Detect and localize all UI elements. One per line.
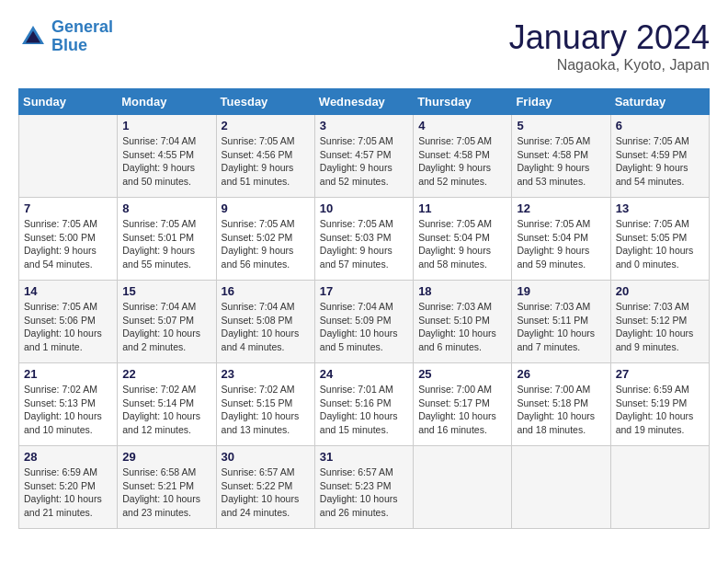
day-number: 19 [517, 284, 605, 298]
day-info: Sunrise: 6:59 AM Sunset: 5:19 PM Dayligh… [616, 383, 704, 437]
title-block: January 2024 Nagaoka, Kyoto, Japan [509, 18, 710, 74]
day-number: 27 [616, 367, 704, 381]
day-number: 4 [418, 119, 506, 132]
day-number: 9 [222, 201, 310, 215]
day-info: Sunrise: 6:58 AM Sunset: 5:21 PM Dayligh… [122, 465, 210, 520]
day-info: Sunrise: 7:05 AM Sunset: 4:59 PM Dayligh… [616, 134, 704, 189]
day-info: Sunrise: 7:03 AM Sunset: 5:11 PM Dayligh… [517, 300, 605, 354]
day-header-thursday: Thursday [414, 89, 512, 115]
calendar-cell: 14Sunrise: 7:05 AM Sunset: 5:06 PM Dayli… [19, 281, 118, 363]
calendar-cell: 20Sunrise: 7:03 AM Sunset: 5:12 PM Dayli… [610, 281, 709, 363]
calendar-header-row: SundayMondayTuesdayWednesdayThursdayFrid… [19, 89, 710, 115]
month-title: January 2024 [509, 18, 710, 57]
calendar-cell: 7Sunrise: 7:05 AM Sunset: 5:00 PM Daylig… [19, 198, 118, 281]
day-header-monday: Monday [118, 89, 216, 115]
day-info: Sunrise: 7:02 AM Sunset: 5:15 PM Dayligh… [222, 383, 310, 437]
location: Nagaoka, Kyoto, Japan [509, 57, 710, 74]
day-header-sunday: Sunday [19, 89, 118, 115]
day-number: 14 [24, 284, 112, 298]
calendar-week-row: 14Sunrise: 7:05 AM Sunset: 5:06 PM Dayli… [19, 281, 710, 363]
day-number: 5 [517, 119, 605, 132]
day-number: 30 [222, 450, 310, 464]
calendar-cell: 19Sunrise: 7:03 AM Sunset: 5:11 PM Dayli… [512, 281, 610, 363]
day-info: Sunrise: 7:05 AM Sunset: 5:00 PM Dayligh… [24, 217, 112, 271]
logo: General Blue [18, 18, 113, 55]
day-info: Sunrise: 7:05 AM Sunset: 5:04 PM Dayligh… [418, 217, 506, 271]
calendar-cell: 27Sunrise: 6:59 AM Sunset: 5:19 PM Dayli… [610, 363, 709, 446]
day-number: 23 [222, 367, 310, 381]
day-number: 25 [418, 367, 506, 381]
calendar-week-row: 21Sunrise: 7:02 AM Sunset: 5:13 PM Dayli… [19, 363, 710, 446]
calendar-cell [414, 446, 512, 529]
calendar-cell: 6Sunrise: 7:05 AM Sunset: 4:59 PM Daylig… [610, 115, 709, 198]
calendar-cell: 18Sunrise: 7:03 AM Sunset: 5:10 PM Dayli… [414, 281, 512, 363]
day-number: 1 [122, 119, 210, 132]
calendar-cell: 17Sunrise: 7:04 AM Sunset: 5:09 PM Dayli… [314, 281, 413, 363]
day-number: 31 [320, 450, 408, 464]
calendar-cell: 23Sunrise: 7:02 AM Sunset: 5:15 PM Dayli… [216, 363, 314, 446]
calendar-cell: 5Sunrise: 7:05 AM Sunset: 4:58 PM Daylig… [512, 115, 610, 198]
day-number: 12 [517, 201, 605, 215]
day-number: 26 [517, 367, 605, 381]
day-info: Sunrise: 6:57 AM Sunset: 5:23 PM Dayligh… [320, 465, 408, 520]
calendar-cell: 8Sunrise: 7:05 AM Sunset: 5:01 PM Daylig… [118, 198, 216, 281]
day-number: 21 [24, 367, 112, 381]
day-info: Sunrise: 7:04 AM Sunset: 5:07 PM Dayligh… [122, 300, 210, 354]
calendar-cell: 16Sunrise: 7:04 AM Sunset: 5:08 PM Dayli… [216, 281, 314, 363]
calendar-cell: 25Sunrise: 7:00 AM Sunset: 5:17 PM Dayli… [414, 363, 512, 446]
calendar-cell [512, 446, 610, 529]
day-number: 11 [418, 201, 506, 215]
calendar-cell: 3Sunrise: 7:05 AM Sunset: 4:57 PM Daylig… [314, 115, 413, 198]
calendar-table: SundayMondayTuesdayWednesdayThursdayFrid… [18, 88, 710, 529]
day-info: Sunrise: 7:00 AM Sunset: 5:17 PM Dayligh… [418, 383, 506, 437]
day-header-wednesday: Wednesday [314, 89, 413, 115]
calendar-cell: 10Sunrise: 7:05 AM Sunset: 5:03 PM Dayli… [314, 198, 413, 281]
day-info: Sunrise: 7:00 AM Sunset: 5:18 PM Dayligh… [517, 383, 605, 437]
day-info: Sunrise: 7:05 AM Sunset: 4:58 PM Dayligh… [418, 134, 506, 189]
calendar-cell: 26Sunrise: 7:00 AM Sunset: 5:18 PM Dayli… [512, 363, 610, 446]
day-info: Sunrise: 7:05 AM Sunset: 5:01 PM Dayligh… [122, 217, 210, 271]
calendar-cell: 21Sunrise: 7:02 AM Sunset: 5:13 PM Dayli… [19, 363, 118, 446]
day-number: 3 [320, 119, 408, 132]
day-info: Sunrise: 7:05 AM Sunset: 4:58 PM Dayligh… [517, 134, 605, 189]
day-number: 29 [122, 450, 210, 464]
calendar-cell [19, 115, 118, 198]
day-number: 10 [320, 201, 408, 215]
day-info: Sunrise: 6:59 AM Sunset: 5:20 PM Dayligh… [24, 465, 112, 520]
day-info: Sunrise: 7:02 AM Sunset: 5:14 PM Dayligh… [122, 383, 210, 437]
day-header-saturday: Saturday [610, 89, 709, 115]
calendar-cell: 9Sunrise: 7:05 AM Sunset: 5:02 PM Daylig… [216, 198, 314, 281]
day-number: 22 [122, 367, 210, 381]
logo-icon [18, 22, 48, 52]
day-info: Sunrise: 7:01 AM Sunset: 5:16 PM Dayligh… [320, 383, 408, 437]
calendar-cell: 2Sunrise: 7:05 AM Sunset: 4:56 PM Daylig… [216, 115, 314, 198]
calendar-cell: 31Sunrise: 6:57 AM Sunset: 5:23 PM Dayli… [314, 446, 413, 529]
day-number: 7 [24, 201, 112, 215]
day-header-tuesday: Tuesday [216, 89, 314, 115]
day-info: Sunrise: 7:03 AM Sunset: 5:10 PM Dayligh… [418, 300, 506, 354]
day-number: 28 [24, 450, 112, 464]
day-number: 13 [616, 201, 704, 215]
calendar-week-row: 1Sunrise: 7:04 AM Sunset: 4:55 PM Daylig… [19, 115, 710, 198]
calendar-cell: 30Sunrise: 6:57 AM Sunset: 5:22 PM Dayli… [216, 446, 314, 529]
page-header: General Blue January 2024 Nagaoka, Kyoto… [18, 18, 710, 74]
day-info: Sunrise: 7:03 AM Sunset: 5:12 PM Dayligh… [616, 300, 704, 354]
calendar-cell: 29Sunrise: 6:58 AM Sunset: 5:21 PM Dayli… [118, 446, 216, 529]
calendar-cell: 4Sunrise: 7:05 AM Sunset: 4:58 PM Daylig… [414, 115, 512, 198]
day-info: Sunrise: 7:04 AM Sunset: 5:08 PM Dayligh… [222, 300, 310, 354]
day-info: Sunrise: 7:05 AM Sunset: 4:57 PM Dayligh… [320, 134, 408, 189]
day-number: 15 [122, 284, 210, 298]
calendar-cell: 22Sunrise: 7:02 AM Sunset: 5:14 PM Dayli… [118, 363, 216, 446]
calendar-cell: 11Sunrise: 7:05 AM Sunset: 5:04 PM Dayli… [414, 198, 512, 281]
calendar-week-row: 7Sunrise: 7:05 AM Sunset: 5:00 PM Daylig… [19, 198, 710, 281]
calendar-cell: 28Sunrise: 6:59 AM Sunset: 5:20 PM Dayli… [19, 446, 118, 529]
day-number: 17 [320, 284, 408, 298]
day-header-friday: Friday [512, 89, 610, 115]
calendar-cell: 12Sunrise: 7:05 AM Sunset: 5:04 PM Dayli… [512, 198, 610, 281]
day-info: Sunrise: 7:05 AM Sunset: 5:06 PM Dayligh… [24, 300, 112, 354]
day-info: Sunrise: 7:04 AM Sunset: 5:09 PM Dayligh… [320, 300, 408, 354]
day-info: Sunrise: 7:04 AM Sunset: 4:55 PM Dayligh… [122, 134, 210, 189]
calendar-cell: 1Sunrise: 7:04 AM Sunset: 4:55 PM Daylig… [118, 115, 216, 198]
day-info: Sunrise: 6:57 AM Sunset: 5:22 PM Dayligh… [222, 465, 310, 520]
logo-text: General Blue [51, 18, 113, 55]
